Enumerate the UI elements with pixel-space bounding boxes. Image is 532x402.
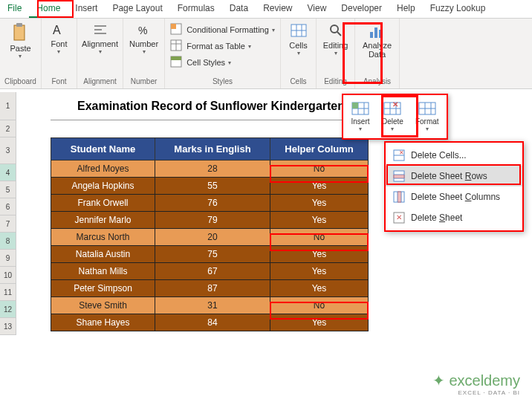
cell-helper[interactable]: No [270,297,369,314]
editing-button[interactable]: Editing ▾ [320,22,351,58]
delete-label: Delete [382,117,403,126]
row-header-1[interactable]: 1 [0,92,16,120]
delete-rows-icon [393,170,405,182]
cell-helper[interactable]: Yes [270,314,369,331]
menu-delete-cells[interactable]: ✕ Delete Cells... [386,145,522,166]
table-row[interactable]: Peter Simpson87Yes [51,280,369,297]
tab-view[interactable]: View [300,0,334,18]
table-row[interactable]: Shane Hayes84Yes [51,314,369,331]
cell-name[interactable]: Peter Simpson [51,280,155,297]
cell-name[interactable]: Alfred Moyes [51,161,155,178]
number-button[interactable]: % Number ▾ [126,22,161,56]
row-header-8[interactable]: 8 [0,233,16,250]
cell-marks[interactable]: 20 [155,229,270,246]
cell-marks[interactable]: 31 [155,297,270,314]
row-header-11[interactable]: 11 [0,284,16,301]
tab-review[interactable]: Review [256,0,299,18]
row-header-12[interactable]: 12 [0,301,16,318]
table-row[interactable]: Jennifer Marlo79Yes [51,212,369,229]
tab-fuzzy-lookup[interactable]: Fuzzy Lookup [423,0,493,18]
tab-insert[interactable]: Insert [68,0,105,18]
cell-helper[interactable]: Yes [270,212,369,229]
row-header-7[interactable]: 7 [0,215,16,233]
insert-button[interactable]: Insert ▾ [348,100,373,134]
format-as-table-button[interactable]: Format as Table▾ [170,38,275,54]
table-row[interactable]: Steve Smith31No [51,297,369,314]
row-header-10[interactable]: 10 [0,267,16,284]
cell-marks[interactable]: 75 [155,246,270,263]
cell-name[interactable]: Steve Smith [51,297,155,314]
tab-file[interactable]: File [0,0,29,18]
cells-dropdown-panel: Insert ▾ ✕ Delete ▾ Format ▾ [342,94,448,140]
row-header-6[interactable]: 6 [0,198,16,215]
row-header-2[interactable]: 2 [0,120,16,137]
cell-helper[interactable]: No [270,161,369,178]
group-label-clipboard: Clipboard [4,76,36,85]
table-row[interactable]: Angela Hopkins55Yes [51,178,369,195]
alignment-button[interactable]: Alignment ▾ [79,22,121,56]
row-header-4[interactable]: 4 [0,164,16,181]
analyze-data-button[interactable]: AnalyzeData [360,22,395,60]
menu-delete-sheet-rows[interactable]: Delete Sheet Rows [386,166,522,187]
cell-marks[interactable]: 79 [155,212,270,229]
cell-marks[interactable]: 28 [155,161,270,178]
row-header-13[interactable]: 13 [0,318,16,335]
delete-button[interactable]: ✕ Delete ▾ [379,100,406,134]
cell-marks[interactable]: 55 [155,178,270,195]
cells-button[interactable]: Cells ▾ [286,22,310,58]
cell-marks[interactable]: 76 [155,195,270,212]
row-header-3[interactable]: 3 [0,137,16,164]
table-row[interactable]: Frank Orwell76Yes [51,195,369,212]
tab-developer[interactable]: Developer [334,0,389,18]
format-button[interactable]: Format ▾ [412,100,442,134]
row-header-9[interactable]: 9 [0,250,16,267]
header-student-name[interactable]: Student Name [51,138,155,161]
alignment-label: Alignment [82,39,118,48]
cell-name[interactable]: Nathan Mills [51,263,155,280]
cell-name[interactable]: Natalia Austin [51,246,155,263]
cell-styles-icon [170,56,184,69]
cell-name[interactable]: Marcus North [51,229,155,246]
chevron-down-icon: ▾ [297,50,300,56]
conditional-formatting-button[interactable]: Conditional Formatting▾ [170,22,275,38]
cell-helper[interactable]: Yes [270,263,369,280]
cell-helper[interactable]: No [270,229,369,246]
tab-help[interactable]: Help [389,0,423,18]
table-row[interactable]: Nathan Mills67Yes [51,263,369,280]
header-helper[interactable]: Helper Column [270,138,369,161]
cell-name[interactable]: Angela Hopkins [51,178,155,195]
cell-marks[interactable]: 84 [155,314,270,331]
svg-rect-8 [171,24,176,29]
tab-home[interactable]: Home [29,0,68,18]
menu-label: Delete Sheet [411,213,462,223]
table-row[interactable]: Marcus North20No [51,229,369,246]
cell-name[interactable]: Shane Hayes [51,314,155,331]
svg-line-19 [337,32,341,36]
table-row[interactable]: Natalia Austin75Yes [51,246,369,263]
svg-text:%: % [138,25,147,36]
cell-name[interactable]: Jennifer Marlo [51,212,155,229]
menu-delete-sheet[interactable]: ✕ Delete Sheet [386,207,522,228]
format-cells-icon [418,101,437,117]
cell-name[interactable]: Frank Orwell [51,195,155,212]
cell-styles-button[interactable]: Cell Styles▾ [170,54,275,71]
cell-marks[interactable]: 87 [155,280,270,297]
cell-helper[interactable]: Yes [270,195,369,212]
header-marks[interactable]: Marks in English [155,138,270,161]
cell-helper[interactable]: Yes [270,280,369,297]
tab-data[interactable]: Data [222,0,256,18]
cell-helper[interactable]: Yes [270,246,369,263]
font-icon: A [51,23,66,38]
watermark: ✦ exceldemy EXCEL · DATA · BI [432,372,520,396]
alignment-icon [93,23,108,38]
cell-helper[interactable]: Yes [270,178,369,195]
tab-page-layout[interactable]: Page Layout [105,0,169,18]
svg-rect-20 [370,32,373,38]
table-row[interactable]: Alfred Moyes28No [51,161,369,178]
tab-formulas[interactable]: Formulas [170,0,222,18]
menu-delete-sheet-columns[interactable]: Delete Sheet Columns [386,187,522,207]
font-button[interactable]: A Font ▾ [48,22,70,56]
paste-button[interactable]: Paste ▾ [7,22,33,61]
cell-marks[interactable]: 67 [155,263,270,280]
row-header-5[interactable]: 5 [0,181,16,198]
